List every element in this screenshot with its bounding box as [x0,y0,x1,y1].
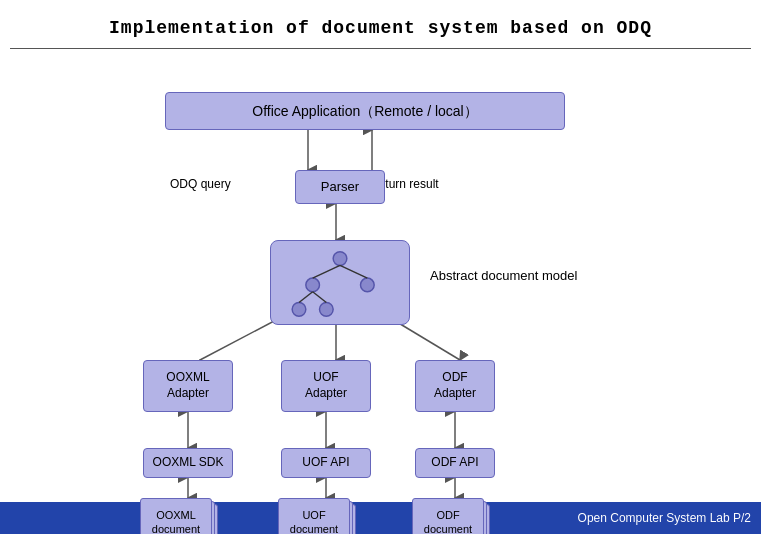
uof-api-box: UOF API [281,448,371,478]
odf-api-label: ODF API [431,455,478,471]
ooxml-sdk-box: OOXML SDK [143,448,233,478]
svg-point-18 [361,278,375,292]
ooxml-adapter-label: OOXMLAdapter [166,370,209,401]
svg-line-23 [299,292,313,303]
diagram-area: Office Application（Remote / local） ODQ q… [0,70,761,530]
odf-adapter-label: ODFAdapter [434,370,476,401]
svg-point-16 [333,252,347,266]
abstract-doc-model-label: Abstract document model [430,268,577,283]
title-divider [10,48,751,49]
svg-line-22 [340,265,367,278]
svg-point-17 [306,278,320,292]
odq-query-label: ODQ query [170,177,231,191]
ooxml-sdk-label: OOXML SDK [153,455,224,471]
office-app-label: Office Application（Remote / local） [252,102,477,120]
bottom-bar-text: Open Computer System Lab P/2 [578,511,751,525]
uof-api-label: UOF API [302,455,349,471]
uof-adapter-box: UOFAdapter [281,360,371,412]
office-app-box: Office Application（Remote / local） [165,92,565,130]
bottom-bar: Open Computer System Lab P/2 [0,502,761,534]
odf-api-box: ODF API [415,448,495,478]
tree-diagram [271,241,409,324]
uof-doc-front: UOFdocument [278,498,350,534]
odf-doc-label: ODFdocument [424,508,472,534]
uof-adapter-label: UOFAdapter [305,370,347,401]
odf-adapter-box: ODFAdapter [415,360,495,412]
uof-doc-label: UOFdocument [290,508,338,534]
svg-point-19 [292,303,306,317]
ooxml-adapter-box: OOXMLAdapter [143,360,233,412]
abstract-model-box [270,240,410,325]
svg-line-24 [313,292,327,303]
page-title: Implementation of document system based … [0,0,761,38]
page-container: Implementation of document system based … [0,0,761,534]
ooxml-doc-label: OOXMLdocument [152,508,200,534]
ooxml-doc-front: OOXMLdocument [140,498,212,534]
parser-label: Parser [321,179,359,196]
svg-point-20 [319,303,333,317]
odf-doc-front: ODFdocument [412,498,484,534]
parser-box: Parser [295,170,385,204]
svg-line-21 [313,265,340,278]
